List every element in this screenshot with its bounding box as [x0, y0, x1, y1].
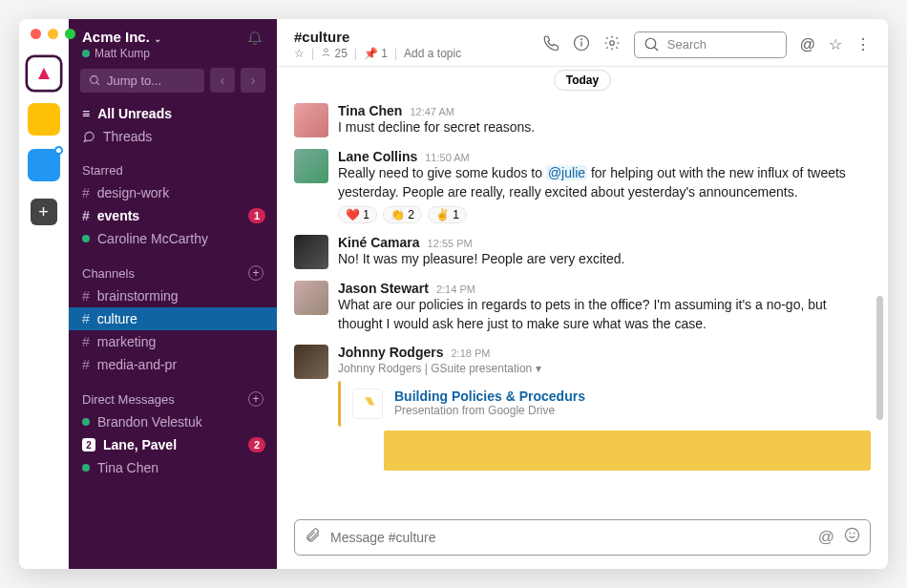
star-icon[interactable]: ☆ [829, 35, 842, 53]
avatar[interactable] [294, 235, 328, 269]
dm-caroline-mccarthy[interactable]: Caroline McCarthy [69, 227, 277, 250]
message-composer[interactable]: @ [294, 519, 871, 556]
gdrive-icon [352, 388, 383, 419]
channels-section-header[interactable]: Channels+ [69, 262, 277, 284]
scrollbar-thumb[interactable] [876, 296, 883, 420]
avatar[interactable] [294, 149, 328, 183]
call-icon[interactable] [542, 34, 559, 55]
message-time: 11:50 AM [425, 152, 469, 163]
channel-culture[interactable]: #culture [69, 307, 277, 330]
workspace-rail: + [19, 19, 69, 569]
avatar[interactable] [294, 103, 328, 137]
svg-line-9 [654, 47, 658, 51]
all-unreads-link[interactable]: ≡All Unreads [69, 102, 277, 125]
attach-icon[interactable] [305, 527, 321, 548]
pin-count[interactable]: 📌 1 [364, 47, 388, 60]
svg-point-12 [850, 533, 851, 534]
workspace-header[interactable]: Acme Inc. ⌄ Matt Kump [82, 29, 161, 60]
add-channel-button[interactable]: + [248, 265, 264, 281]
main-pane: #culture ☆| 25| 📌 1| Add a topic Search … [277, 19, 888, 569]
more-icon[interactable]: ⋮ [855, 35, 871, 53]
avatar[interactable] [294, 345, 328, 379]
reaction[interactable]: 👏 2 [383, 206, 422, 223]
message-text: What are our policies in regards to pets… [338, 296, 871, 333]
workspace-name: Acme Inc. [82, 29, 150, 45]
settings-icon[interactable] [603, 34, 621, 55]
message: Tina Chen12:47 AMI must decline for secr… [294, 97, 871, 143]
message-author[interactable]: Kiné Camara [338, 235, 420, 250]
message-author[interactable]: Johnny Rodgers [338, 345, 443, 360]
svg-marker-10 [365, 398, 375, 406]
file-attachment[interactable]: Building Policies & ProcedursPresentatio… [338, 381, 871, 427]
message-author[interactable]: Lane Collins [338, 149, 417, 164]
svg-point-11 [845, 528, 858, 541]
workspace-switch-2[interactable] [28, 103, 60, 136]
sidebar: Acme Inc. ⌄ Matt Kump Jump to... ‹ › ≡Al… [69, 19, 277, 569]
message-time: 2:14 PM [436, 284, 475, 295]
message: Lane Collins11:50 AMReally need to give … [294, 143, 871, 229]
message-list: Tina Chen12:47 AMI must decline for secr… [277, 92, 888, 510]
message: Kiné Camara12:55 PMNo! It was my pleasur… [294, 229, 871, 275]
dms-section-header[interactable]: Direct Messages+ [69, 388, 277, 410]
message-time: 12:55 PM [428, 238, 473, 249]
add-workspace-button[interactable]: + [31, 199, 57, 225]
message-text: Really need to give some kudos to @julie… [338, 164, 871, 201]
message: Jason Stewart2:14 PMWhat are our policie… [294, 275, 871, 339]
channel-media-and-pr[interactable]: #media-and-pr [69, 353, 277, 376]
dm-brandon-velestuk[interactable]: Brandon Velestuk [69, 410, 277, 433]
workspace-switch-3[interactable] [28, 149, 60, 181]
message-author[interactable]: Tina Chen [338, 103, 402, 118]
message: Johnny Rodgers2:18 PMJohnny Rodgers | GS… [294, 339, 871, 476]
channel-events[interactable]: #events1 [69, 204, 277, 227]
add-topic-link[interactable]: Add a topic [404, 47, 461, 60]
dm-lane-pavel[interactable]: 2Lane, Pavel2 [69, 433, 277, 456]
svg-point-13 [854, 533, 854, 534]
search-input[interactable]: Search [634, 32, 787, 58]
new-dm-button[interactable]: + [248, 391, 264, 407]
user-mention[interactable]: @julie [546, 165, 587, 180]
workspace-switch-1[interactable] [28, 57, 60, 90]
history-forward-button[interactable]: › [241, 68, 265, 93]
message-text: No! It was my pleasure! People are very … [338, 250, 871, 269]
channel-marketing[interactable]: #marketing [69, 330, 277, 353]
svg-point-3 [325, 49, 328, 52]
svg-point-6 [580, 38, 581, 39]
channel-title[interactable]: #culture [294, 29, 461, 45]
dm-tina-chen[interactable]: Tina Chen [69, 456, 277, 479]
jump-to-input[interactable]: Jump to... [80, 69, 204, 93]
message-text: I must decline for secret reasons. [338, 118, 871, 137]
mention-icon[interactable]: @ [818, 528, 834, 547]
svg-point-8 [645, 38, 656, 49]
channel-meta: ☆| 25| 📌 1| Add a topic [294, 47, 461, 60]
info-icon[interactable] [573, 34, 590, 55]
starred-section-header[interactable]: Starred [69, 159, 277, 181]
reaction[interactable]: ❤️ 1 [338, 206, 377, 223]
threads-link[interactable]: Threads [69, 125, 277, 148]
message-time: 2:18 PM [451, 347, 490, 359]
message-time: 12:47 AM [410, 106, 454, 117]
date-divider: Today [554, 70, 611, 91]
channel-brainstorming[interactable]: #brainstorming [69, 284, 277, 307]
composer-input[interactable] [330, 530, 809, 545]
svg-line-2 [96, 82, 99, 85]
mentions-icon[interactable]: @ [800, 36, 815, 53]
svg-point-7 [610, 40, 615, 45]
current-user: Matt Kump [95, 47, 150, 60]
notifications-icon[interactable] [246, 29, 264, 50]
reaction[interactable]: ✌️ 1 [428, 206, 467, 223]
channel-design-work[interactable]: #design-work [69, 181, 277, 204]
avatar[interactable] [294, 281, 328, 315]
attachment-label: Johnny Rodgers | GSuite presentation ▾ [338, 362, 871, 375]
window-traffic-lights[interactable] [31, 29, 75, 39]
message-author[interactable]: Jason Stewart [338, 281, 429, 296]
svg-point-1 [91, 75, 98, 83]
member-count[interactable]: 25 [321, 47, 348, 60]
svg-marker-0 [38, 68, 50, 79]
star-channel-icon[interactable]: ☆ [294, 47, 305, 60]
history-back-button[interactable]: ‹ [210, 68, 235, 93]
emoji-icon[interactable] [844, 527, 860, 548]
